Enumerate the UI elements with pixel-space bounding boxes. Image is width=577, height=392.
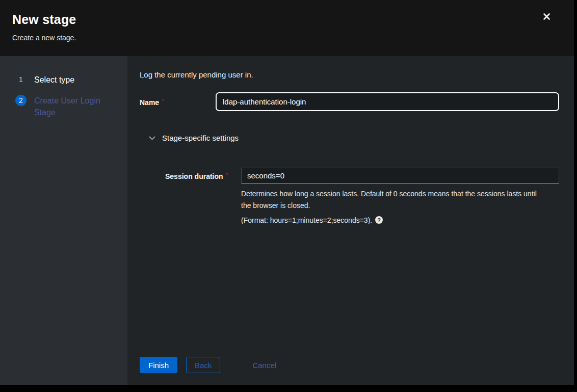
session-duration-format-hint: (Format: hours=1;minutes=2;seconds=3). ? [241, 216, 559, 224]
new-stage-wizard-modal: New stage Create a new stage. 1 Select t… [0, 0, 574, 385]
name-field-row: Name* [140, 92, 559, 111]
back-button[interactable]: Back [186, 357, 220, 373]
name-input[interactable] [216, 92, 559, 111]
page-subtitle: Create a new stage. [12, 34, 562, 42]
wizard-footer: Finish Back Cancel [140, 357, 559, 373]
required-marker: * [226, 172, 228, 178]
wizard-header: New stage Create a new stage. [0, 0, 574, 56]
wizard-content: Log the currently pending user in. Name*… [127, 56, 574, 385]
required-marker: * [162, 98, 164, 104]
step-number: 1 [15, 74, 27, 85]
cancel-button[interactable]: Cancel [252, 361, 276, 370]
close-icon [543, 13, 550, 22]
close-button[interactable] [541, 12, 552, 22]
finish-button[interactable]: Finish [140, 357, 177, 373]
session-duration-label: Session duration [165, 172, 223, 180]
wizard-steps-nav: 1 Select type 2 Create User Login Stage [0, 56, 127, 385]
stage-specific-settings-section: Session duration* Determines how long a … [165, 168, 559, 224]
wizard-step-select-type[interactable]: 1 Select type [0, 69, 127, 90]
session-duration-input[interactable] [241, 168, 559, 184]
page-title: New stage [12, 12, 562, 27]
step-number-badge: 2 [15, 95, 27, 106]
step-label: Create User Login Stage [34, 95, 108, 118]
session-duration-row: Session duration* [165, 168, 559, 184]
session-duration-help-text: Determines how long a session lasts. Def… [241, 188, 547, 212]
question-circle-icon[interactable]: ? [375, 216, 383, 224]
step-label: Select type [34, 74, 74, 86]
stage-specific-settings-title: Stage-specific settings [162, 134, 239, 142]
name-field-label: Name [140, 98, 159, 107]
stage-description: Log the currently pending user in. [140, 70, 559, 79]
stage-specific-settings-toggle[interactable]: Stage-specific settings [140, 134, 559, 142]
chevron-down-icon [149, 136, 155, 140]
wizard-step-create-user-login-stage[interactable]: 2 Create User Login Stage [0, 90, 127, 123]
format-hint-text: (Format: hours=1;minutes=2;seconds=3). [241, 216, 372, 224]
